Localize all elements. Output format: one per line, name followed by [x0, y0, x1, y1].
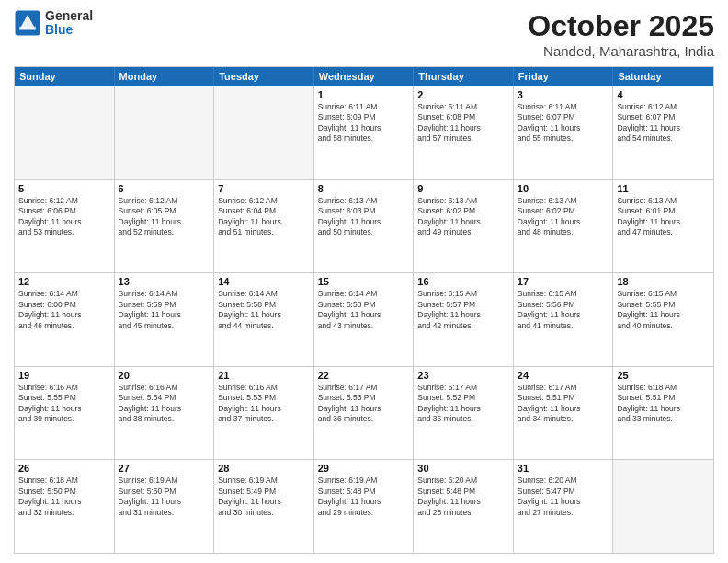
calendar-cell: 4Sunrise: 6:12 AM Sunset: 6:07 PM Daylig… [613, 86, 713, 179]
logo-general: General [45, 9, 93, 23]
day-info: Sunrise: 6:12 AM Sunset: 6:07 PM Dayligh… [617, 102, 710, 144]
day-number: 3 [518, 89, 609, 100]
day-info: Sunrise: 6:13 AM Sunset: 6:02 PM Dayligh… [417, 196, 509, 238]
day-info: Sunrise: 6:15 AM Sunset: 5:56 PM Dayligh… [518, 289, 609, 331]
day-number: 15 [318, 276, 410, 287]
weekday-header: Wednesday [314, 67, 415, 86]
calendar-cell: 29Sunrise: 6:19 AM Sunset: 5:48 PM Dayli… [314, 460, 415, 553]
calendar-header: SundayMondayTuesdayWednesdayThursdayFrid… [15, 67, 713, 86]
calendar-row: 19Sunrise: 6:16 AM Sunset: 5:55 PM Dayli… [15, 366, 713, 460]
calendar-cell: 27Sunrise: 6:19 AM Sunset: 5:50 PM Dayli… [115, 460, 215, 553]
day-info: Sunrise: 6:18 AM Sunset: 5:51 PM Dayligh… [617, 383, 710, 425]
day-info: Sunrise: 6:11 AM Sunset: 6:08 PM Dayligh… [417, 102, 509, 144]
day-number: 12 [18, 276, 110, 287]
calendar-cell: 14Sunrise: 6:14 AM Sunset: 5:58 PM Dayli… [214, 273, 314, 366]
day-info: Sunrise: 6:12 AM Sunset: 6:06 PM Dayligh… [18, 196, 110, 238]
calendar-cell: 25Sunrise: 6:18 AM Sunset: 5:51 PM Dayli… [613, 367, 713, 460]
day-number: 14 [218, 276, 310, 287]
day-number: 8 [318, 183, 410, 194]
calendar-cell [214, 86, 314, 179]
calendar-row: 12Sunrise: 6:14 AM Sunset: 6:00 PM Dayli… [15, 272, 713, 366]
weekday-header: Monday [115, 67, 215, 86]
header: General Blue October 2025 Nanded, Mahara… [14, 9, 714, 59]
weekday-header: Sunday [15, 67, 115, 86]
day-info: Sunrise: 6:20 AM Sunset: 5:48 PM Dayligh… [417, 476, 509, 518]
day-number: 16 [417, 276, 509, 287]
calendar-cell: 21Sunrise: 6:16 AM Sunset: 5:53 PM Dayli… [214, 367, 314, 460]
day-info: Sunrise: 6:12 AM Sunset: 6:04 PM Dayligh… [218, 196, 310, 238]
calendar-cell: 13Sunrise: 6:14 AM Sunset: 5:59 PM Dayli… [115, 273, 215, 366]
day-info: Sunrise: 6:14 AM Sunset: 6:00 PM Dayligh… [18, 289, 110, 331]
calendar-cell: 26Sunrise: 6:18 AM Sunset: 5:50 PM Dayli… [15, 460, 115, 553]
day-number: 26 [18, 463, 110, 474]
day-number: 22 [318, 370, 410, 381]
calendar-cell: 16Sunrise: 6:15 AM Sunset: 5:57 PM Dayli… [414, 273, 514, 366]
day-info: Sunrise: 6:13 AM Sunset: 6:02 PM Dayligh… [518, 196, 609, 238]
calendar-cell: 24Sunrise: 6:17 AM Sunset: 5:51 PM Dayli… [514, 367, 614, 460]
day-number: 9 [417, 183, 509, 194]
weekday-header: Thursday [414, 67, 514, 86]
day-number: 25 [617, 370, 710, 381]
svg-rect-2 [19, 27, 36, 29]
title-month: October 2025 [528, 9, 714, 43]
day-number: 31 [518, 463, 609, 474]
calendar-row: 1Sunrise: 6:11 AM Sunset: 6:09 PM Daylig… [15, 86, 713, 179]
logo: General Blue [14, 9, 93, 38]
day-info: Sunrise: 6:11 AM Sunset: 6:07 PM Dayligh… [518, 102, 609, 144]
day-number: 13 [119, 276, 210, 287]
day-number: 20 [119, 370, 210, 381]
day-info: Sunrise: 6:12 AM Sunset: 6:05 PM Dayligh… [119, 196, 210, 238]
weekday-header: Saturday [613, 67, 713, 86]
day-info: Sunrise: 6:18 AM Sunset: 5:50 PM Dayligh… [18, 476, 110, 518]
calendar-cell: 15Sunrise: 6:14 AM Sunset: 5:58 PM Dayli… [314, 273, 415, 366]
day-number: 21 [218, 370, 310, 381]
calendar-cell: 1Sunrise: 6:11 AM Sunset: 6:09 PM Daylig… [314, 86, 415, 179]
day-info: Sunrise: 6:16 AM Sunset: 5:55 PM Dayligh… [18, 383, 110, 425]
day-number: 6 [119, 183, 210, 194]
day-number: 10 [518, 183, 609, 194]
day-info: Sunrise: 6:19 AM Sunset: 5:49 PM Dayligh… [218, 476, 310, 518]
calendar-cell: 2Sunrise: 6:11 AM Sunset: 6:08 PM Daylig… [414, 86, 514, 179]
weekday-header: Tuesday [214, 67, 314, 86]
day-number: 30 [417, 463, 509, 474]
day-number: 11 [617, 183, 710, 194]
calendar-cell: 9Sunrise: 6:13 AM Sunset: 6:02 PM Daylig… [414, 180, 514, 273]
day-info: Sunrise: 6:13 AM Sunset: 6:03 PM Dayligh… [318, 196, 410, 238]
day-number: 1 [318, 89, 410, 100]
logo-icon [14, 9, 41, 37]
calendar-cell [613, 460, 713, 553]
calendar: SundayMondayTuesdayWednesdayThursdayFrid… [14, 66, 714, 554]
calendar-cell: 17Sunrise: 6:15 AM Sunset: 5:56 PM Dayli… [514, 273, 614, 366]
day-number: 19 [18, 370, 110, 381]
weekday-header: Friday [514, 67, 614, 86]
calendar-cell: 10Sunrise: 6:13 AM Sunset: 6:02 PM Dayli… [514, 180, 614, 273]
day-info: Sunrise: 6:20 AM Sunset: 5:47 PM Dayligh… [518, 476, 609, 518]
calendar-cell: 31Sunrise: 6:20 AM Sunset: 5:47 PM Dayli… [514, 460, 614, 553]
calendar-row: 26Sunrise: 6:18 AM Sunset: 5:50 PM Dayli… [15, 459, 713, 553]
day-info: Sunrise: 6:16 AM Sunset: 5:53 PM Dayligh… [218, 383, 310, 425]
day-number: 17 [518, 276, 609, 287]
calendar-cell: 5Sunrise: 6:12 AM Sunset: 6:06 PM Daylig… [15, 180, 115, 273]
calendar-row: 5Sunrise: 6:12 AM Sunset: 6:06 PM Daylig… [15, 179, 713, 273]
day-number: 27 [119, 463, 210, 474]
day-info: Sunrise: 6:17 AM Sunset: 5:51 PM Dayligh… [518, 383, 609, 425]
calendar-cell: 22Sunrise: 6:17 AM Sunset: 5:53 PM Dayli… [314, 367, 415, 460]
day-number: 23 [417, 370, 509, 381]
day-number: 5 [18, 183, 110, 194]
calendar-cell: 11Sunrise: 6:13 AM Sunset: 6:01 PM Dayli… [613, 180, 713, 273]
calendar-cell: 18Sunrise: 6:15 AM Sunset: 5:55 PM Dayli… [613, 273, 713, 366]
day-info: Sunrise: 6:14 AM Sunset: 5:58 PM Dayligh… [318, 289, 410, 331]
page: General Blue October 2025 Nanded, Mahara… [0, 0, 728, 563]
day-number: 28 [218, 463, 310, 474]
calendar-cell: 8Sunrise: 6:13 AM Sunset: 6:03 PM Daylig… [314, 180, 415, 273]
day-number: 24 [518, 370, 609, 381]
day-info: Sunrise: 6:17 AM Sunset: 5:53 PM Dayligh… [318, 383, 410, 425]
day-info: Sunrise: 6:11 AM Sunset: 6:09 PM Dayligh… [318, 102, 410, 144]
title-block: October 2025 Nanded, Maharashtra, India [528, 9, 714, 59]
calendar-cell: 12Sunrise: 6:14 AM Sunset: 6:00 PM Dayli… [15, 273, 115, 366]
calendar-body: 1Sunrise: 6:11 AM Sunset: 6:09 PM Daylig… [15, 86, 713, 553]
day-info: Sunrise: 6:15 AM Sunset: 5:55 PM Dayligh… [617, 289, 710, 331]
calendar-cell: 19Sunrise: 6:16 AM Sunset: 5:55 PM Dayli… [15, 367, 115, 460]
calendar-cell: 30Sunrise: 6:20 AM Sunset: 5:48 PM Dayli… [414, 460, 514, 553]
calendar-cell: 20Sunrise: 6:16 AM Sunset: 5:54 PM Dayli… [115, 367, 215, 460]
